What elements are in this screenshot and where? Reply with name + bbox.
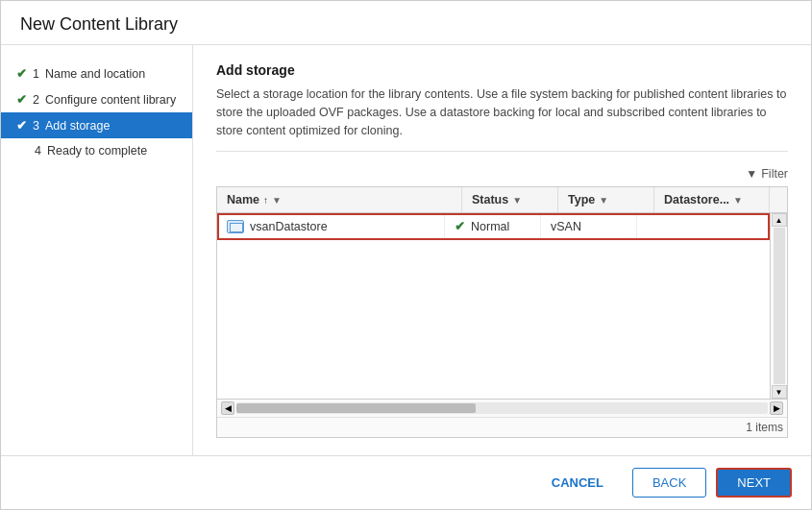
scroll-left-button[interactable]: ◀ <box>221 401 234 415</box>
back-button[interactable]: BACK <box>632 468 706 498</box>
scroll-up-button[interactable]: ▲ <box>772 213 787 227</box>
filter-icon: ▼ <box>746 167 757 181</box>
scroll-thumb <box>236 403 476 413</box>
filter-label: Filter <box>761 167 788 181</box>
section-desc: Select a storage location for the librar… <box>216 85 788 152</box>
col-scrollbar-head <box>770 187 787 212</box>
table-header: Name ↑ ▼ Status ▼ Type ▼ Datastore... <box>217 187 787 213</box>
status-check-icon: ✔ <box>455 219 465 233</box>
sidebar-label-step1: Name and location <box>45 67 145 81</box>
col-name[interactable]: Name ↑ ▼ <box>217 187 462 212</box>
items-count: 1 items <box>217 417 787 437</box>
scroll-track-v <box>774 228 785 384</box>
dialog-title: New Content Library <box>20 14 792 35</box>
next-button[interactable]: NEXT <box>716 468 792 498</box>
dialog-header: New Content Library <box>1 1 811 45</box>
section-title: Add storage <box>216 62 788 78</box>
chevron-status: ▼ <box>512 195 522 206</box>
col-datastore[interactable]: Datastore... ▼ <box>654 187 770 212</box>
cell-datastore <box>637 213 752 239</box>
check-icon-step3: ✔ <box>16 118 27 133</box>
col-status[interactable]: Status ▼ <box>462 187 558 212</box>
scroll-track-h <box>236 402 768 414</box>
sidebar-item-step3[interactable]: ✔ 3 Add storage <box>1 112 192 138</box>
sidebar-item-step2[interactable]: ✔ 2 Configure content library <box>1 86 192 112</box>
cancel-button[interactable]: CANCEL <box>532 468 623 498</box>
new-content-library-dialog: New Content Library ✔ 1 Name and locatio… <box>0 0 812 510</box>
chevron-name: ▼ <box>272 195 282 206</box>
cell-status: ✔ Normal <box>445 213 541 239</box>
scroll-down-button[interactable]: ▼ <box>772 385 787 399</box>
sidebar-label-step3: Add storage <box>45 119 110 133</box>
cell-name: vsanDatastore <box>217 213 445 239</box>
sidebar-label-step4: Ready to complete <box>47 144 147 158</box>
dialog-footer: CANCEL BACK NEXT <box>1 455 811 509</box>
chevron-type: ▼ <box>599 195 608 206</box>
dialog-body: ✔ 1 Name and location ✔ 2 Configure cont… <box>1 45 811 455</box>
check-icon-step1: ✔ <box>16 66 27 81</box>
scroll-right-button[interactable]: ▶ <box>770 401 783 415</box>
table-body: vsanDatastore ✔ Normal vSAN <box>217 213 770 399</box>
sidebar-item-step1[interactable]: ✔ 1 Name and location <box>1 61 192 86</box>
filter-row: ▼ Filter <box>216 167 788 181</box>
sidebar-label-step2: Configure content library <box>45 93 176 107</box>
col-type[interactable]: Type ▼ <box>558 187 654 212</box>
cell-type: vSAN <box>541 213 637 239</box>
sidebar: ✔ 1 Name and location ✔ 2 Configure cont… <box>1 45 193 455</box>
content-area: Add storage Select a storage location fo… <box>193 45 811 455</box>
chevron-datastore: ▼ <box>733 195 743 206</box>
datastore-icon <box>227 220 244 233</box>
datastore-table: Name ↑ ▼ Status ▼ Type ▼ Datastore... <box>216 186 788 438</box>
sort-arrow-name: ↑ <box>263 195 268 206</box>
horizontal-scrollbar[interactable]: ◀ ▶ <box>217 399 787 417</box>
sidebar-item-step4[interactable]: 4 Ready to complete <box>1 138 192 163</box>
table-row[interactable]: vsanDatastore ✔ Normal vSAN <box>217 213 770 240</box>
vertical-scrollbar[interactable]: ▲ ▼ <box>770 213 787 399</box>
check-icon-step2: ✔ <box>16 92 27 107</box>
